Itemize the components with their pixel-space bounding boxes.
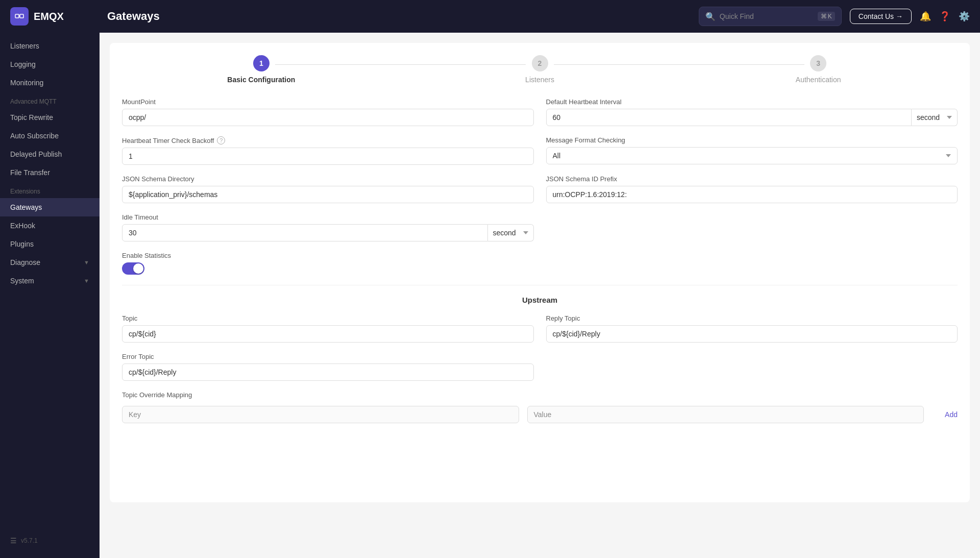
mountpoint-input[interactable] <box>122 109 534 126</box>
chevron-down-icon: ▼ <box>84 278 89 284</box>
form-row-4: Idle Timeout second minute hour <box>122 213 958 241</box>
sidebar-item-plugins[interactable]: Plugins <box>0 235 100 253</box>
json-schema-id-input[interactable] <box>546 186 958 203</box>
sidebar-item-gateways[interactable]: Gateways <box>0 198 100 216</box>
sidebar-item-auto-subscribe[interactable]: Auto Subscribe <box>0 127 100 145</box>
message-format-select[interactable]: All None <box>546 147 958 164</box>
search-placeholder: Quick Find <box>720 12 814 20</box>
content-area: 1 Basic Configuration 2 Listeners 3 Auth… <box>100 33 980 558</box>
form-group-error-topic: Error Topic <box>122 353 534 381</box>
form-group-topic: Topic <box>122 314 534 343</box>
step-3-circle: 3 <box>810 55 826 71</box>
form-group-json-schema-id: JSON Schema ID Prefix <box>546 175 958 203</box>
add-row-button[interactable]: Add <box>945 410 958 419</box>
step-2-circle: 2 <box>532 55 548 71</box>
sidebar-item-listeners[interactable]: Listeners <box>0 37 100 55</box>
heartbeat-timer-input[interactable] <box>122 148 534 165</box>
form-group-json-schema-dir: JSON Schema Directory <box>122 175 534 203</box>
heartbeat-interval-label: Default Heartbeat Interval <box>546 98 958 106</box>
step-2: 2 Listeners <box>401 55 679 84</box>
search-shortcut: ⌘ K <box>818 12 835 21</box>
contact-us-button[interactable]: Contact Us → <box>850 9 912 24</box>
idle-timeout-input-group: second minute hour <box>122 224 534 241</box>
message-format-label: Message Format Checking <box>546 136 958 144</box>
idle-timeout-label: Idle Timeout <box>122 213 534 221</box>
add-button-area: Add <box>932 406 958 423</box>
form-group-reply-topic: Reply Topic <box>546 314 958 343</box>
heartbeat-timer-help-icon[interactable]: ? <box>217 136 225 144</box>
value-column-header: Value <box>527 406 924 423</box>
form-group-message-format: Message Format Checking All None <box>546 136 958 165</box>
search-icon: 🔍 <box>705 12 716 21</box>
json-schema-dir-label: JSON Schema Directory <box>122 175 534 183</box>
steps-nav: 1 Basic Configuration 2 Listeners 3 Auth… <box>122 55 958 84</box>
reply-topic-input[interactable] <box>546 325 958 343</box>
topbar-actions: Contact Us → 🔔 ❓ ⚙️ <box>850 9 970 24</box>
help-icon[interactable]: ❓ <box>939 11 950 22</box>
menu-collapse-icon[interactable]: ☰ <box>10 537 17 545</box>
enable-statistics-toggle-wrap <box>122 262 958 275</box>
idle-timeout-unit-select[interactable]: second minute hour <box>488 224 534 241</box>
step-3: 3 Authentication <box>679 55 958 84</box>
version-label: v5.7.1 <box>21 537 38 544</box>
form-group-mountpoint: MountPoint <box>122 98 534 126</box>
upstream-row-2: Error Topic <box>122 353 958 381</box>
page-title: Gateways <box>102 10 699 23</box>
form-group-heartbeat-timer: Heartbeat Timer Check Backoff ? <box>122 136 534 165</box>
heartbeat-interval-unit-select[interactable]: second minute hour <box>912 109 958 126</box>
step-3-label: Authentication <box>796 76 841 84</box>
sidebar: Listeners Logging Monitoring Advanced MQ… <box>0 33 100 558</box>
topic-label: Topic <box>122 314 534 322</box>
form-row-2: Heartbeat Timer Check Backoff ? Message … <box>122 136 958 165</box>
logo-icon <box>10 7 29 26</box>
enable-statistics-label: Enable Statistics <box>122 252 958 259</box>
form-group-heartbeat-interval: Default Heartbeat Interval second minute… <box>546 98 958 126</box>
step-2-label: Listeners <box>525 76 554 84</box>
form-group-enable-stats: Enable Statistics <box>122 252 958 275</box>
heartbeat-interval-input[interactable] <box>546 109 912 126</box>
svg-rect-0 <box>15 14 19 18</box>
sidebar-item-topic-rewrite[interactable]: Topic Rewrite <box>0 108 100 127</box>
form-group-idle-timeout: Idle Timeout second minute hour <box>122 213 534 241</box>
form-row-enable-stats: Enable Statistics <box>122 252 958 275</box>
logo-area: EMQX <box>10 7 102 26</box>
sidebar-item-file-transfer[interactable]: File Transfer <box>0 163 100 182</box>
sidebar-item-delayed-publish[interactable]: Delayed Publish <box>0 145 100 163</box>
search-box[interactable]: 🔍 Quick Find ⌘ K <box>699 7 842 26</box>
json-schema-dir-input[interactable] <box>122 186 534 203</box>
upstream-title: Upstream <box>122 296 958 304</box>
step-1-circle: 1 <box>253 55 270 71</box>
sidebar-item-exhook[interactable]: ExHook <box>0 216 100 235</box>
form-row-3: JSON Schema Directory JSON Schema ID Pre… <box>122 175 958 203</box>
topic-input[interactable] <box>122 325 534 343</box>
idle-timeout-input[interactable] <box>122 224 488 241</box>
content-card: 1 Basic Configuration 2 Listeners 3 Auth… <box>110 43 970 502</box>
error-topic-input[interactable] <box>122 363 534 381</box>
notification-icon[interactable]: 🔔 <box>920 11 931 22</box>
error-topic-label: Error Topic <box>122 353 534 360</box>
enable-statistics-toggle[interactable] <box>122 262 144 275</box>
step-1: 1 Basic Configuration <box>122 55 401 84</box>
sidebar-item-system[interactable]: System ▼ <box>0 272 100 290</box>
sidebar-item-logging[interactable]: Logging <box>0 55 100 74</box>
key-column-header: Key <box>122 406 519 423</box>
sidebar-item-diagnose[interactable]: Diagnose ▼ <box>0 253 100 272</box>
sidebar-section-advanced-mqtt: Advanced MQTT <box>0 92 100 108</box>
app-name: EMQX <box>34 11 64 22</box>
topic-override-label: Topic Override Mapping <box>122 391 958 399</box>
topic-override-table-header: Key Value Add <box>122 406 958 423</box>
svg-rect-1 <box>20 14 23 18</box>
section-divider <box>122 285 958 285</box>
main-layout: Listeners Logging Monitoring Advanced MQ… <box>0 33 980 558</box>
upstream-row-1: Topic Reply Topic <box>122 314 958 343</box>
mountpoint-label: MountPoint <box>122 98 534 106</box>
reply-topic-label: Reply Topic <box>546 314 958 322</box>
sidebar-item-monitoring[interactable]: Monitoring <box>0 74 100 92</box>
heartbeat-timer-label: Heartbeat Timer Check Backoff ? <box>122 136 534 144</box>
heartbeat-interval-input-group: second minute hour <box>546 109 958 126</box>
json-schema-id-label: JSON Schema ID Prefix <box>546 175 958 183</box>
form-group-topic-override: Topic Override Mapping Key Value Add <box>122 391 958 423</box>
topbar: EMQX Gateways 🔍 Quick Find ⌘ K Contact U… <box>0 0 980 33</box>
settings-icon[interactable]: ⚙️ <box>959 11 970 22</box>
form-row-1: MountPoint Default Heartbeat Interval se… <box>122 98 958 126</box>
